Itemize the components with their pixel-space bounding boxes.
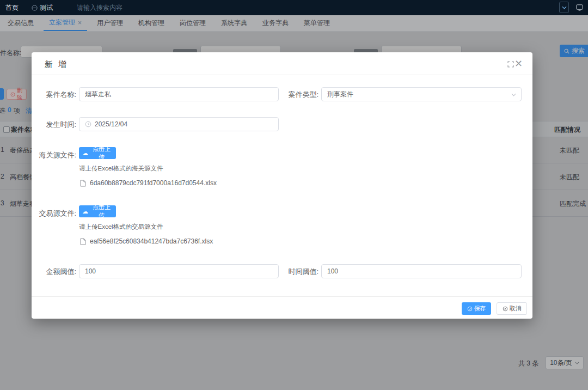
header-divider xyxy=(32,75,532,75)
cancel-button[interactable]: 取消 xyxy=(497,302,527,315)
case-type-label: 案件类型: xyxy=(276,90,318,100)
nav-home[interactable]: 首页 xyxy=(5,3,19,13)
occur-time-value: 2025/12/04 xyxy=(95,120,127,128)
save-button-label: 保存 xyxy=(474,304,486,313)
upload-button-label: 点击上传 xyxy=(90,145,113,161)
trade-upload-hint: 请上传Excel格式的交易源文件 xyxy=(79,223,163,231)
customs-file-item[interactable]: 6da60b8879cdc791fd7000a16d7d0544.xlsx xyxy=(80,179,217,187)
chevron-down-icon xyxy=(511,93,516,96)
clock-icon xyxy=(85,121,91,127)
trade-file-name: eaf56e8f25c60834b41247bda7c6736f.xlsx xyxy=(90,237,213,245)
circle-check-icon xyxy=(467,306,473,312)
cloud-upload-icon: ☁ xyxy=(82,150,88,157)
cloud-upload-icon: ☁ xyxy=(82,208,88,215)
customs-file-label: 海关源文件: xyxy=(34,150,76,160)
time-threshold-label: 时间阈值: xyxy=(276,267,318,277)
case-type-select[interactable]: 刑事案件 xyxy=(321,87,522,101)
document-icon xyxy=(80,180,86,187)
trade-upload-button[interactable]: ☁ 点击上传 xyxy=(79,205,116,217)
time-threshold-input[interactable] xyxy=(321,264,522,278)
case-type-value: 刑事案件 xyxy=(327,90,353,99)
document-icon xyxy=(80,238,86,245)
trade-file-label: 交易源文件: xyxy=(34,209,76,218)
nav-menu-test[interactable]: 测试 xyxy=(32,3,53,13)
add-case-dialog: 新 增 × 案件名称: 案件类型: 刑事案件 发生时间: 2025/12/04 … xyxy=(32,52,532,319)
trade-file-item[interactable]: eaf56e8f25c60834b41247bda7c6736f.xlsx xyxy=(80,237,213,245)
customs-upload-hint: 请上传Excel格式的海关源文件 xyxy=(79,164,163,173)
topbar: 首页 测试 请输入搜索内容 xyxy=(0,0,588,15)
save-button[interactable]: 保存 xyxy=(462,302,491,315)
occur-time-label: 发生时间: xyxy=(34,120,76,130)
circle-minus-icon xyxy=(32,5,38,11)
dialog-title: 新 增 xyxy=(45,59,68,70)
customs-file-name: 6da60b8879cdc791fd7000a16d7d0544.xlsx xyxy=(90,179,217,187)
customs-upload-button[interactable]: ☁ 点击上传 xyxy=(79,147,116,159)
upload-button-label: 点击上传 xyxy=(90,203,113,220)
case-name-input[interactable] xyxy=(79,87,279,101)
footer-divider xyxy=(32,296,532,297)
close-icon[interactable]: × xyxy=(511,57,526,69)
fullscreen-monitor-icon[interactable] xyxy=(575,3,584,11)
dropdown-icon[interactable] xyxy=(559,2,569,13)
cancel-button-label: 取消 xyxy=(510,304,522,313)
circle-close-icon xyxy=(503,306,508,312)
amount-threshold-label: 金额阈值: xyxy=(34,267,76,277)
case-name-label: 案件名称: xyxy=(34,90,76,100)
amount-threshold-input[interactable] xyxy=(79,264,279,278)
topbar-search-input[interactable]: 请输入搜索内容 xyxy=(77,3,122,13)
occur-time-input[interactable]: 2025/12/04 xyxy=(79,117,279,131)
nav-menu-test-label: 测试 xyxy=(40,3,53,13)
